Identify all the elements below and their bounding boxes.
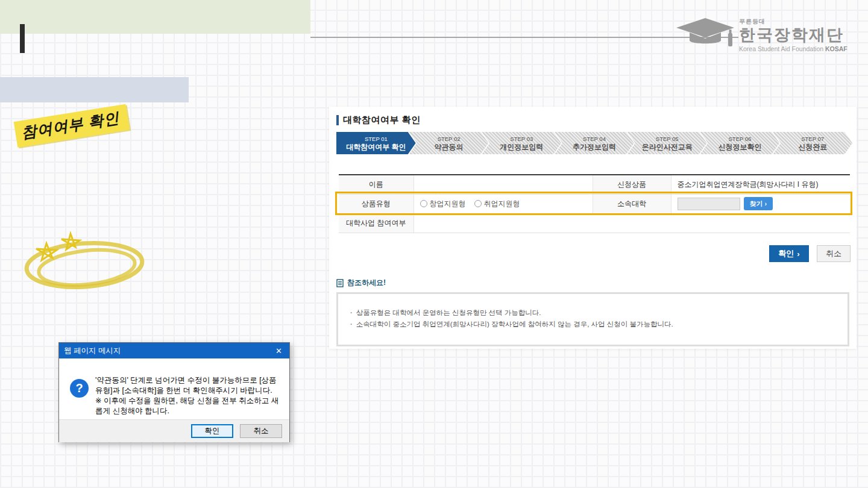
notice-box: 상품유형은 대학에서 운영하는 신청유형만 선택 가능합니다. 소속대학이 중소… (336, 292, 849, 346)
logo-top-text: 푸른등대 (739, 17, 848, 26)
main-panel: 대학참여여부 확인 STEP 01 대학참여여부 확인 STEP 02 약관동의… (329, 107, 857, 349)
step-03: STEP 03 개인정보입력 (482, 132, 561, 154)
radio-icon (420, 200, 427, 207)
step-07: STEP 07 신청완료 (773, 132, 852, 154)
dialog-ok-button[interactable]: 확인 (191, 424, 233, 438)
name-label: 이름 (339, 175, 414, 194)
dialog-titlebar: 웹 페이지 메시지 ✕ (59, 343, 289, 358)
table-row: 대학사업 참여여부 (339, 213, 850, 233)
radio-employment-support[interactable]: 취업지원형 (474, 199, 520, 209)
step-wizard: STEP 01 대학참여여부 확인 STEP 02 약관동의 STEP 03 개… (336, 132, 852, 154)
university-input[interactable] (678, 198, 740, 210)
title-accent-bar (336, 115, 339, 125)
dialog-cancel-button[interactable]: 취소 (240, 424, 282, 438)
page-title: 대학참여여부 확인 (343, 114, 421, 126)
graduation-cap-icon (674, 16, 737, 54)
header-subtitle-bar (0, 77, 189, 102)
header-title-accent-bar (20, 24, 25, 53)
reference-heading: 참조하세요! (336, 278, 386, 288)
radio-startup-support[interactable]: 창업지원형 (420, 199, 466, 209)
radio-icon (474, 200, 482, 207)
chevron-right-icon: › (765, 200, 767, 207)
participation-value (414, 213, 850, 233)
web-page-message-dialog: 웹 페이지 메시지 ✕ ? '약관동의' 단계로 넘어가면 수정이 불가능하므로… (58, 342, 290, 442)
name-value (414, 175, 593, 194)
find-university-button[interactable]: 찾기› (744, 197, 773, 210)
step-05: STEP 05 온라인사전교육 (627, 132, 707, 154)
notice-item: 상품유형은 대학에서 운영하는 신청유형만 선택 가능합니다. (349, 307, 837, 319)
table-row: 이름 신청상품 중소기업취업연계장학금(희망사다리 I 유형) (339, 175, 850, 194)
annotation-highlight-text: 참여여부 확인 (14, 104, 130, 148)
confirm-button[interactable]: 확인› (769, 245, 809, 262)
university-label: 소속대학 (593, 194, 671, 213)
question-icon: ? (70, 379, 89, 398)
participation-label: 대학사업 참여여부 (339, 213, 414, 233)
step-04: STEP 04 추가정보입력 (555, 132, 634, 154)
kosaf-logo: 푸른등대 한국장학재단 Korea Student Aid Foundation… (674, 13, 856, 57)
product-label: 신청상품 (593, 175, 671, 194)
circle-doodle-icon (13, 230, 145, 293)
close-icon[interactable]: ✕ (273, 347, 285, 355)
step-02: STEP 02 약관동의 (409, 132, 489, 154)
step-01: STEP 01 대학참여여부 확인 (336, 132, 416, 154)
table-row: 상품유형 창업지원형 취업지원형 소속대학 찾기› (339, 194, 850, 213)
logo-subtitle: Korea Student Aid Foundation KOSAF (739, 45, 848, 52)
product-type-label: 상품유형 (339, 194, 414, 213)
reference-title: 참조하세요! (347, 278, 386, 288)
product-type-radio-group: 창업지원형 취업지원형 (420, 199, 587, 209)
notice-item: 소속대학이 중소기업 취업연계(희망사다리) 장학사업에 참여하지 않는 경우,… (349, 319, 837, 330)
application-form-table: 이름 신청상품 중소기업취업연계장학금(희망사다리 I 유형) 상품유형 창업지… (339, 174, 850, 233)
dialog-message: '약관동의' 단계로 넘어가면 수정이 불가능하므로 [상품유형]과 [소속대학… (95, 375, 283, 416)
chevron-right-icon: › (797, 249, 799, 258)
cancel-button[interactable]: 취소 (817, 245, 851, 262)
logo-name: 한국장학재단 (739, 26, 848, 44)
dialog-title: 웹 페이지 메시지 (64, 346, 273, 356)
handwritten-annotation: 참여여부 확인 (14, 104, 130, 148)
header-green-bar (0, 0, 310, 34)
step-06: STEP 06 신청정보확인 (700, 132, 780, 154)
product-value: 중소기업취업연계장학금(희망사다리 I 유형) (671, 175, 850, 194)
document-icon (336, 279, 344, 287)
